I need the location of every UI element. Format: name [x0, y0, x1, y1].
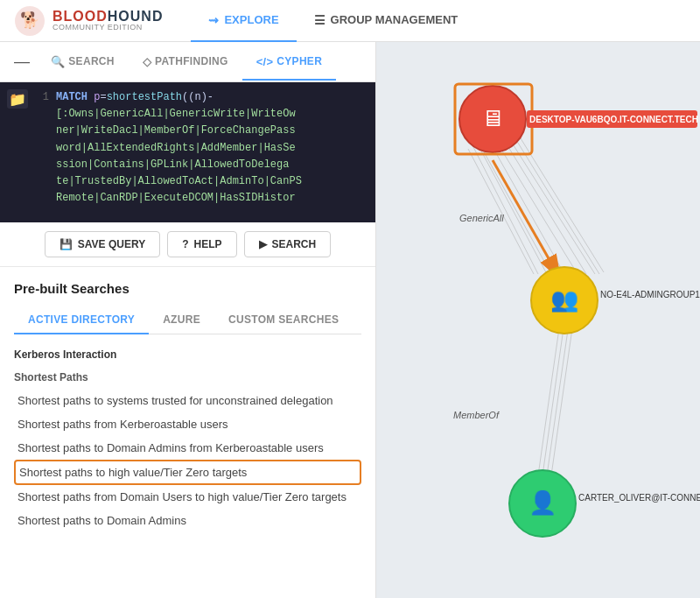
subtab-azure[interactable]: AZURE — [149, 306, 214, 334]
action-buttons: 💾 SAVE QUERY ? HELP ▶ SEARCH — [0, 222, 375, 267]
pathfinding-icon: ◇ — [143, 55, 151, 68]
tab-search[interactable]: 🔍 SEARCH — [37, 45, 129, 81]
subtab-custom-searches[interactable]: CUSTOM SEARCHES — [214, 306, 353, 334]
save-query-button[interactable]: 💾 SAVE QUERY — [45, 231, 160, 257]
svg-text:GenericAll: GenericAll — [459, 213, 504, 223]
svg-text:👥: 👥 — [550, 285, 579, 313]
svg-text:🖥: 🖥 — [481, 105, 504, 131]
svg-text:CARTER_OLIVER@IT-CONNECT.TECH: CARTER_OLIVER@IT-CONNECT.TECH — [578, 493, 700, 503]
cypher-editor[interactable]: 📁 1 MATCH p=shortestPath((n)- [:Owns|Gen… — [0, 82, 375, 222]
prebuilt-title: Pre-built Searches — [14, 281, 361, 296]
group-icon: ☰ — [314, 13, 326, 27]
search-item-5[interactable]: Shortest paths from Domain Users to high… — [14, 485, 361, 509]
tab-cypher[interactable]: </> CYPHER — [242, 45, 337, 81]
nav-links: ⇝ EXPLORE ☰ GROUP MANAGEMENT — [191, 0, 475, 42]
search-item-2[interactable]: Shortest paths from Kerberoastable users — [14, 412, 361, 436]
search-button[interactable]: ▶ SEARCH — [244, 231, 332, 257]
code-area[interactable]: MATCH p=shortestPath((n)- [:Owns|Generic… — [56, 89, 368, 215]
nav-explore[interactable]: ⇝ EXPLORE — [191, 0, 296, 42]
help-icon: ? — [182, 238, 188, 250]
subtab-active-directory[interactable]: ACTIVE DIRECTORY — [14, 306, 149, 334]
prebuilt-section: Pre-built Searches ACTIVE DIRECTORY AZUR… — [0, 267, 375, 598]
minimize-button[interactable]: — — [7, 42, 37, 81]
search-item-6[interactable]: Shortest paths to Domain Admins — [14, 509, 361, 532]
computer-label: DESKTOP-VAU6BQO.IT-CONNECT.TECH — [529, 115, 698, 124]
svg-text:NO-E4L-ADMINGROUP1@IT-CONNECT.: NO-E4L-ADMINGROUP1@IT-CONNECT.TECH — [600, 290, 700, 299]
cypher-icon: </> — [256, 55, 274, 68]
editor-controls: 📁 — [7, 89, 28, 215]
save-icon: 💾 — [60, 238, 73, 250]
search-item-3[interactable]: Shortest paths to Domain Admins from Ker… — [14, 436, 361, 460]
sub-tabs: ACTIVE DIRECTORY AZURE CUSTOM SEARCHES — [14, 306, 361, 334]
search-icon: 🔍 — [51, 55, 65, 68]
search-subcategory: Shortest Paths — [14, 371, 361, 383]
line-numbers: 1 — [35, 89, 49, 215]
svg-text:👤: 👤 — [528, 489, 557, 517]
svg-text:MemberOf: MemberOf — [453, 410, 500, 420]
search-item-1[interactable]: Shortest paths to systems trusted for un… — [14, 389, 361, 412]
logo-area: 🐕 BLOODHOUND COMMUNITY EDITION — [14, 5, 163, 37]
logo-hound: HOUND — [108, 9, 164, 24]
folder-button[interactable]: 📁 — [7, 89, 28, 109]
graph-svg: 🖥 DESKTOP-VAU6BQO.IT-CONNECT.TECH Generi… — [376, 42, 700, 598]
svg-text:🐕: 🐕 — [20, 11, 40, 30]
help-button[interactable]: ? HELP — [167, 231, 236, 257]
top-navigation: 🐕 BLOODHOUND COMMUNITY EDITION ⇝ EXPLORE… — [0, 0, 700, 42]
play-icon: ▶ — [259, 238, 267, 250]
explore-icon: ⇝ — [208, 13, 219, 27]
main-layout: — 🔍 SEARCH ◇ PATHFINDING </> CYPHER 📁 1 — [0, 42, 700, 598]
logo-icon: 🐕 — [14, 5, 46, 37]
left-panel: — 🔍 SEARCH ◇ PATHFINDING </> CYPHER 📁 1 — [0, 42, 376, 598]
logo-blood: BLOOD — [52, 9, 108, 24]
nav-group-management[interactable]: ☰ GROUP MANAGEMENT — [297, 0, 476, 42]
tab-pathfinding[interactable]: ◇ PATHFINDING — [129, 45, 242, 81]
logo-sub: COMMUNITY EDITION — [52, 24, 163, 32]
search-category: Kerberos Interaction — [14, 348, 361, 361]
tab-bar: — 🔍 SEARCH ◇ PATHFINDING </> CYPHER — [0, 42, 375, 82]
search-item-4[interactable]: Shortest paths to high value/Tier Zero t… — [14, 460, 361, 485]
right-panel: 🖥 DESKTOP-VAU6BQO.IT-CONNECT.TECH Generi… — [376, 42, 700, 598]
logo-text: BLOODHOUND COMMUNITY EDITION — [52, 9, 163, 32]
